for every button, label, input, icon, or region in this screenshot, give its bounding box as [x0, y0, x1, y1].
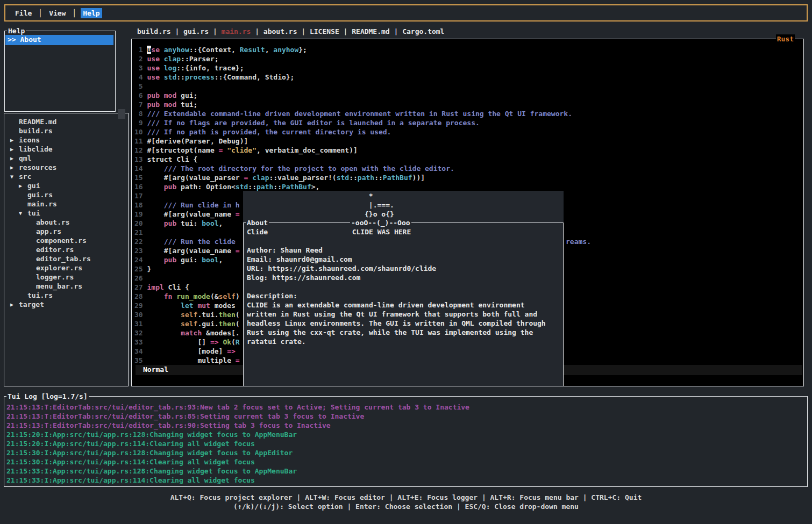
code-line-10[interactable]: 10 /// If no path is provided, the curre…: [134, 127, 802, 137]
menu-item-help[interactable]: Help: [81, 8, 102, 18]
tree-item-label: menu_bar.rs: [36, 282, 82, 291]
tab-about.rs[interactable]: about.rs: [263, 27, 297, 35]
tree-item-logger-rs[interactable]: logger.rs: [5, 272, 127, 282]
tab-separator: |: [209, 27, 221, 35]
tab-build.rs[interactable]: build.rs: [137, 27, 171, 35]
chevron-collapsed-icon: ▶: [19, 181, 27, 190]
tree-item-gui[interactable]: ▶gui: [5, 181, 127, 190]
tui-log-panel[interactable]: Tui Log [log=1.7/s] 21:15:13:T:EditorTab…: [4, 396, 808, 487]
chevron-collapsed-icon: ▶: [10, 135, 19, 145]
explorer-scrollbar-thumb[interactable]: [118, 109, 125, 119]
tab-separator: |: [339, 27, 352, 35]
code-line-2[interactable]: 2 use clap::Parser;: [134, 54, 802, 63]
tree-item-label: editor.rs: [36, 245, 74, 254]
tree-item-explorer-rs[interactable]: explorer.rs: [5, 263, 127, 272]
about-popup-frame: About -ooO--(_)--Ooo Clide CLIDE WAS HER…: [243, 222, 564, 386]
tree-item-label: build.rs: [19, 126, 53, 135]
about-popup-content: Clide CLIDE WAS HERE Author: Shaun Reed …: [247, 227, 546, 346]
code-line-11[interactable]: 11 #[derive(Parser, Debug)]: [134, 137, 802, 146]
code-line-8[interactable]: 8 /// Extendable command-line driven dev…: [134, 109, 802, 118]
line-number: 8: [134, 110, 147, 118]
tree-indent-spacer: [27, 236, 36, 245]
code-line-14[interactable]: 14 /// The root directory for the projec…: [134, 164, 802, 173]
line-number: 26: [134, 274, 147, 282]
tree-indent-spacer: [10, 117, 19, 126]
tree-item-component-rs[interactable]: component.rs: [5, 236, 127, 245]
code-line-15[interactable]: 15 #[arg(value_parser = clap::value_pars…: [134, 173, 802, 182]
tree-item-main-rs[interactable]: main.rs: [5, 199, 127, 209]
help-dropdown-panel: Help >> About: [4, 31, 116, 112]
tree-item-qml[interactable]: ▶qml: [5, 154, 127, 163]
tab-main.rs[interactable]: main.rs: [222, 27, 251, 35]
app-root: File│View│Help build.rs | gui.rs | main.…: [0, 0, 812, 524]
line-number: 11: [134, 137, 147, 145]
code-line-9[interactable]: 9 /// If no flags are provided, the GUI …: [134, 118, 802, 127]
tree-item-src[interactable]: ▼src: [5, 172, 127, 181]
code-line-13[interactable]: 13 struct Cli {: [134, 155, 802, 164]
tree-item-label: target: [19, 300, 44, 309]
tree-item-gui-rs[interactable]: gui.rs: [5, 190, 127, 199]
chevron-expanded-icon: ▼: [19, 209, 27, 218]
tree-item-about-rs[interactable]: about.rs: [5, 218, 127, 227]
line-number: 34: [134, 347, 147, 355]
line-number: 17: [134, 192, 147, 200]
tree-item-app-rs[interactable]: app.rs: [5, 227, 127, 236]
editor-tabs: build.rs | gui.rs | main.rs | about.rs |…: [137, 27, 444, 36]
code-line-5[interactable]: 5: [134, 82, 802, 91]
menu-item-view[interactable]: View: [47, 8, 68, 18]
code-line-7[interactable]: 7 pub mod tui;: [134, 100, 802, 109]
code-line-3[interactable]: 3 use log::{info, trace};: [134, 63, 802, 73]
tree-item-tui[interactable]: ▼tui: [5, 209, 127, 218]
line-number: 7: [134, 101, 147, 109]
log-entry-info: 21:15:33:I:App:src/tui/app.rs:114:Cleari…: [6, 476, 806, 485]
chevron-collapsed-icon: ▶: [10, 163, 19, 172]
line-number: 27: [134, 283, 147, 291]
tree-item-label: resources: [19, 163, 56, 172]
menu-separator: │: [72, 9, 76, 18]
tree-item-icons[interactable]: ▶icons: [5, 135, 127, 145]
code-line-12[interactable]: 12 #[structopt(name = "clide", verbatim_…: [134, 146, 802, 155]
tree-item-libclide[interactable]: ▶libclide: [5, 145, 127, 154]
tree-item-label: gui.rs: [27, 190, 53, 199]
tree-item-editor-tab-rs[interactable]: editor_tab.rs: [5, 254, 127, 263]
tree-item-label: editor_tab.rs: [36, 254, 91, 263]
about-popup-title: About: [246, 218, 269, 227]
tree-item-label: qml: [19, 154, 31, 163]
tree-indent-spacer: [27, 263, 36, 272]
log-entry-trace: 21:15:13:T:EditorTab:src/tui/editor_tab.…: [6, 421, 806, 430]
line-number: 16: [134, 183, 147, 191]
tab-cargo.toml[interactable]: Cargo.toml: [402, 27, 444, 35]
log-entry-trace: 21:15:13:T:EditorTab:src/tui/editor_tab.…: [6, 403, 806, 412]
menu-item-file[interactable]: File: [13, 8, 34, 18]
code-line-1[interactable]: 1 use anyhow::{Context, Result, anyhow};: [134, 45, 802, 54]
tab-gui.rs[interactable]: gui.rs: [183, 27, 209, 35]
language-badge: Rust: [776, 34, 795, 44]
tree-item-tui-rs[interactable]: tui.rs: [5, 291, 127, 300]
line-number: 19: [134, 210, 147, 218]
line-number: 30: [134, 311, 147, 319]
tree-item-resources[interactable]: ▶resources: [5, 163, 127, 172]
code-line-16[interactable]: 16 pub path: Option<std::path::PathBuf>,: [134, 182, 802, 191]
tree-indent-spacer: [27, 272, 36, 282]
tree-item-target[interactable]: ▶target: [5, 300, 127, 309]
line-number: 3: [134, 64, 147, 72]
tab-readme.md[interactable]: README.md: [352, 27, 389, 35]
tree-item-label: explorer.rs: [36, 263, 82, 272]
tab-separator: |: [171, 27, 183, 35]
project-explorer-panel[interactable]: README.mdbuild.rs▶icons▶libclide▶qml▶res…: [4, 113, 129, 386]
code-line-4[interactable]: 4 use std::process::{Command, Stdio};: [134, 73, 802, 82]
about-border-decoration: -ooO--(_)--Ooo: [350, 218, 411, 227]
tree-item-menu-bar-rs[interactable]: menu_bar.rs: [5, 282, 127, 291]
code-line-6[interactable]: 6 pub mod gui;: [134, 91, 802, 100]
tab-separator: |: [251, 27, 263, 35]
tab-license[interactable]: LICENSE: [310, 27, 339, 35]
line-number: 32: [134, 329, 147, 337]
shortcut-help-line-2: (↑/k)/(↓/j): Select option | Enter: Choo…: [0, 502, 812, 511]
dropdown-option-about[interactable]: >> About: [5, 35, 113, 45]
line-number: 4: [134, 73, 147, 81]
tree-item-build-rs[interactable]: build.rs: [5, 126, 127, 135]
line-number: 33: [134, 338, 147, 346]
tree-item-editor-rs[interactable]: editor.rs: [5, 245, 127, 254]
tree-item-readme-md[interactable]: README.md: [5, 117, 127, 126]
tree-indent-spacer: [27, 282, 36, 291]
